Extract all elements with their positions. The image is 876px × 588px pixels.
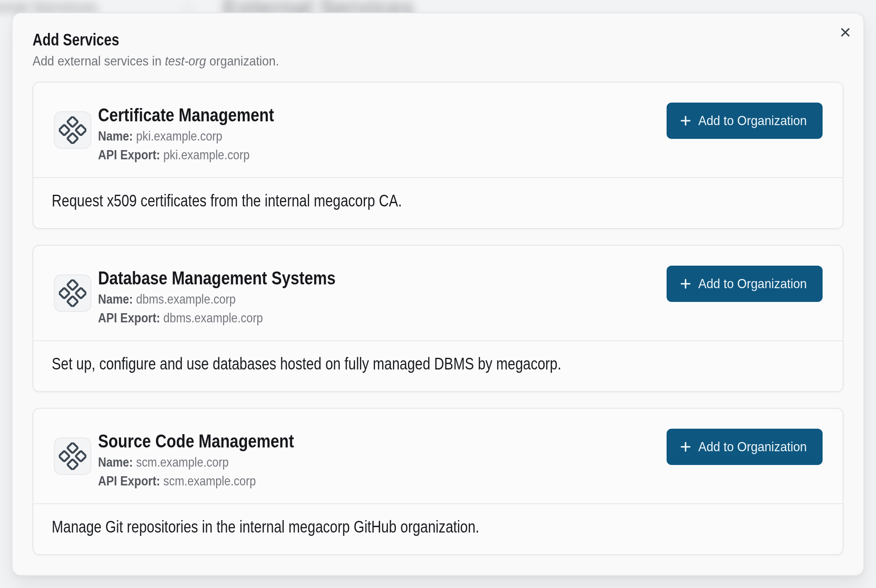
service-description: Manage Git repositories in the internal …: [33, 504, 843, 539]
service-description-text: Request x509 certificates from the inter…: [52, 188, 402, 213]
service-title: Database Management Systems: [98, 266, 336, 290]
service-api-export-row: API Export: pki.example.corp: [98, 146, 275, 164]
service-name-row: Name: scm.example.corp: [98, 453, 295, 472]
add-to-organization-button[interactable]: Add to Organization: [667, 429, 823, 465]
service-api-export-row: API Export: dbms.example.corp: [98, 309, 337, 327]
service-name-label: Name:: [98, 455, 133, 470]
service-description: Set up, configure and use databases host…: [33, 341, 843, 376]
service-api-export-value: pki.example.corp: [164, 147, 250, 162]
add-to-organization-label: Add to Organization: [698, 439, 807, 455]
service-description: Request x509 certificates from the inter…: [33, 178, 843, 213]
service-icon: [59, 442, 86, 470]
service-name-label: Name:: [98, 291, 133, 307]
add-to-organization-button[interactable]: Add to Organization: [667, 103, 823, 139]
service-api-export-row: API Export: scm.example.corp: [98, 472, 295, 490]
service-api-export-value: scm.example.corp: [164, 473, 256, 488]
close-icon: [841, 28, 850, 37]
service-icon-tile: [54, 111, 91, 149]
service-icon-tile: [54, 437, 91, 475]
service-icon: [59, 116, 86, 144]
add-to-organization-label: Add to Organization: [698, 113, 807, 128]
subtitle-suffix: organization.: [206, 53, 279, 68]
service-card: Source Code Management Name: scm.example…: [33, 408, 843, 555]
service-card-header: Source Code Management Name: scm.example…: [33, 409, 843, 504]
service-api-export-label: API Export:: [98, 147, 160, 162]
service-api-export-value: dbms.example.corp: [164, 310, 263, 325]
service-name-row: Name: pki.example.corp: [98, 127, 275, 146]
dialog-title: Add Services: [33, 30, 697, 50]
org-name: test-org: [165, 53, 206, 68]
service-card-header: Certificate Management Name: pki.example…: [33, 83, 843, 178]
service-api-export-label: API Export:: [98, 473, 160, 488]
service-card-text: Certificate Management Name: pki.example…: [98, 103, 305, 164]
service-name-label: Name:: [98, 128, 133, 143]
plus-icon: [680, 116, 691, 126]
service-list: Certificate Management Name: pki.example…: [33, 82, 843, 555]
service-name-value: dbms.example.corp: [136, 291, 236, 307]
service-api-export-label: API Export:: [98, 310, 160, 325]
plus-icon: [680, 279, 691, 289]
service-name-value: pki.example.corp: [136, 128, 222, 143]
close-button[interactable]: [837, 24, 853, 40]
service-title: Source Code Management: [98, 430, 294, 453]
service-name-row: Name: dbms.example.corp: [98, 290, 337, 309]
service-card-text: Source Code Management Name: scm.example…: [98, 430, 329, 490]
service-card: Certificate Management Name: pki.example…: [33, 82, 843, 229]
add-to-organization-label: Add to Organization: [698, 276, 807, 291]
service-card: Database Management Systems Name: dbms.e…: [33, 245, 843, 392]
service-description-text: Manage Git repositories in the internal …: [52, 515, 479, 539]
add-to-organization-button[interactable]: Add to Organization: [667, 266, 823, 302]
add-services-dialog: Add Services Add external services in te…: [12, 13, 864, 576]
service-description-text: Set up, configure and use databases host…: [52, 352, 561, 376]
service-icon: [59, 279, 86, 307]
service-icon-tile: [54, 274, 91, 312]
dialog-subtitle: Add external services in test-org organi…: [33, 51, 770, 71]
service-card-header: Database Management Systems Name: dbms.e…: [33, 246, 843, 341]
service-card-text: Database Management Systems Name: dbms.e…: [98, 266, 378, 327]
plus-icon: [680, 442, 691, 452]
service-name-value: scm.example.corp: [136, 455, 229, 470]
service-title: Certificate Management: [98, 103, 274, 127]
subtitle-prefix: Add external services in: [33, 53, 165, 68]
